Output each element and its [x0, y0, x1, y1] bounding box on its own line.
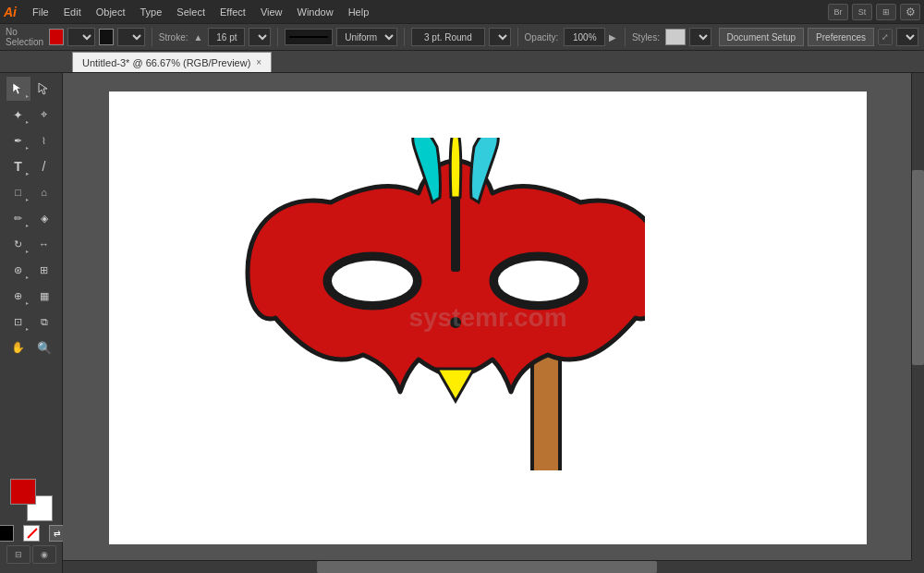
tool-rectangle[interactable]: □▸ — [6, 180, 30, 204]
tool-free-transform[interactable]: ⊞ — [32, 258, 56, 282]
v-scrollbar-thumb[interactable] — [912, 170, 924, 365]
menu-effect[interactable]: Effect — [213, 5, 252, 19]
edit-bottom-btn[interactable]: ◉ — [32, 545, 56, 564]
arrange-select[interactable]: ▼ — [896, 28, 918, 46]
tab-title: Untitled-3* @ 66.67% (RGB/Preview) — [82, 57, 250, 68]
tool-paintbrush[interactable]: ⌂ — [32, 180, 56, 204]
tool-pen[interactable]: ✒▸ — [6, 128, 30, 152]
tool-select[interactable]: ▸ — [6, 77, 30, 101]
menu-bar: Ai File Edit Object Type Select Effect V… — [0, 0, 924, 23]
tab-bar: Untitled-3* @ 66.67% (RGB/Preview) × — [0, 51, 924, 73]
tool-row-11: ✋ 🔍 — [6, 335, 56, 360]
tab-close-button[interactable]: × — [256, 57, 261, 67]
left-tool-panel: ▸ ✦▸ ⌖ ✒▸ ⌇ T▸ / □▸ ⌂ ✏▸ ◈ ↻▸ ↔ — [0, 73, 63, 573]
mask-artwork — [229, 138, 645, 470]
foreground-color-swatch[interactable] — [10, 479, 36, 505]
style-swatch[interactable] — [665, 29, 686, 45]
horizontal-scrollbar[interactable] — [63, 560, 911, 573]
menu-object[interactable]: Object — [90, 5, 132, 19]
menu-type[interactable]: Type — [134, 5, 169, 19]
tool-magic-wand[interactable]: ✦▸ — [6, 103, 30, 127]
stroke-cap-input[interactable] — [411, 28, 485, 46]
divider-4 — [517, 28, 518, 46]
doc-setup-button[interactable]: Document Setup — [719, 28, 805, 46]
scrollbar-corner — [911, 560, 924, 573]
color-tiny-row: ⇄ — [0, 525, 66, 542]
divider-3 — [404, 28, 405, 46]
tool-reflect[interactable]: ↔ — [32, 232, 56, 256]
style-select[interactable]: ▼ — [689, 28, 711, 46]
menu-select[interactable]: Select — [170, 5, 212, 19]
stroke-cap-select[interactable]: ▼ — [489, 28, 511, 46]
tool-curvature[interactable]: ⌇ — [32, 128, 56, 152]
stroke-text-label: Stroke: — [159, 32, 188, 43]
stroke-type-select[interactable]: ▼ — [117, 28, 145, 46]
canvas-area: systemr.com — [63, 73, 924, 573]
opacity-arrow[interactable]: ▶ — [609, 32, 616, 43]
styles-label: Styles: — [632, 32, 660, 43]
bottom-icons: ⊟ ◉ — [6, 545, 56, 564]
divider-5 — [625, 28, 626, 46]
svg-point-7 — [450, 317, 461, 328]
main-area: ▸ ✦▸ ⌖ ✒▸ ⌇ T▸ / □▸ ⌂ ✏▸ ◈ ↻▸ ↔ — [0, 73, 924, 573]
tool-row-6: ✏▸ ◈ — [6, 206, 56, 230]
tool-slice[interactable]: ⧉ — [32, 310, 56, 334]
fill-color-swatch[interactable] — [49, 29, 64, 45]
svg-point-6 — [498, 261, 579, 301]
tool-eraser[interactable]: ◈ — [32, 206, 56, 230]
tool-hand[interactable]: ✋ — [6, 335, 30, 360]
arrange-bottom-btn[interactable]: ⊟ — [6, 545, 30, 564]
menu-edit[interactable]: Edit — [57, 5, 88, 19]
stroke-color-swatch[interactable] — [99, 29, 114, 45]
h-scrollbar-thumb[interactable] — [317, 561, 656, 573]
toolbar: No Selection ▼ ▼ Stroke: ▲ ▼ Uniform ▼ O… — [0, 23, 924, 51]
tool-row-5: □▸ ⌂ — [6, 180, 56, 204]
opacity-label: Opacity: — [525, 32, 559, 43]
tool-artboard[interactable]: ⊡▸ — [6, 310, 30, 334]
tool-warp[interactable]: ⊛▸ — [6, 258, 30, 282]
stock-icon-btn[interactable]: St — [852, 4, 872, 20]
arrange-icon-btn[interactable]: ⤢ — [878, 29, 893, 45]
tool-line-segment[interactable]: / — [32, 154, 56, 178]
opacity-input[interactable] — [564, 28, 605, 46]
tool-zoom[interactable]: 🔍 — [32, 335, 56, 360]
stroke-line-preview[interactable] — [285, 29, 333, 45]
tool-direct-select[interactable] — [32, 77, 56, 101]
artboard: systemr.com — [109, 91, 867, 544]
tool-row-7: ↻▸ ↔ — [6, 232, 56, 256]
stroke-unit-select[interactable]: ▼ — [249, 28, 271, 46]
app-logo: Ai — [4, 5, 17, 19]
black-white-icon[interactable] — [0, 525, 14, 542]
svg-rect-8 — [451, 198, 460, 272]
stroke-up-arrow[interactable]: ▲ — [194, 32, 203, 43]
tool-graph[interactable]: ▦ — [32, 284, 56, 308]
tool-row-3: ✒▸ ⌇ — [6, 128, 56, 152]
bridge-icon-btn[interactable]: Br — [828, 4, 848, 20]
preferences-button[interactable]: Preferences — [808, 28, 874, 46]
menu-file[interactable]: File — [26, 5, 55, 19]
tool-rotate[interactable]: ↻▸ — [6, 232, 30, 256]
workspace-icon-btn[interactable]: ⊞ — [876, 4, 896, 20]
color-section: ⇄ ⊟ ◉ — [0, 479, 66, 573]
tool-symbol-spray[interactable]: ⊕▸ — [6, 284, 30, 308]
svg-marker-0 — [13, 83, 21, 94]
search-icon-btn[interactable]: ⚙ — [900, 4, 920, 20]
menu-icons-right: Br St ⊞ ⚙ — [828, 4, 920, 20]
tool-type[interactable]: T▸ — [6, 154, 30, 178]
menu-help[interactable]: Help — [342, 5, 376, 19]
stroke-style-select[interactable]: Uniform — [336, 28, 397, 46]
tool-row-10: ⊡▸ ⧉ — [6, 310, 56, 334]
document-tab[interactable]: Untitled-3* @ 66.67% (RGB/Preview) × — [72, 52, 272, 72]
menu-view[interactable]: View — [254, 5, 289, 19]
vertical-scrollbar[interactable] — [911, 73, 924, 560]
none-color-icon[interactable] — [23, 525, 40, 542]
tool-row-1: ▸ — [6, 77, 56, 101]
menu-window[interactable]: Window — [291, 5, 340, 19]
stroke-width-input[interactable] — [208, 28, 245, 46]
mask-svg — [229, 138, 645, 470]
tool-lasso[interactable]: ⌖ — [32, 103, 56, 127]
tool-pencil[interactable]: ✏▸ — [6, 206, 30, 230]
selection-label: No Selection — [6, 27, 43, 47]
fill-type-select[interactable]: ▼ — [67, 28, 95, 46]
tool-row-9: ⊕▸ ▦ — [6, 284, 56, 308]
